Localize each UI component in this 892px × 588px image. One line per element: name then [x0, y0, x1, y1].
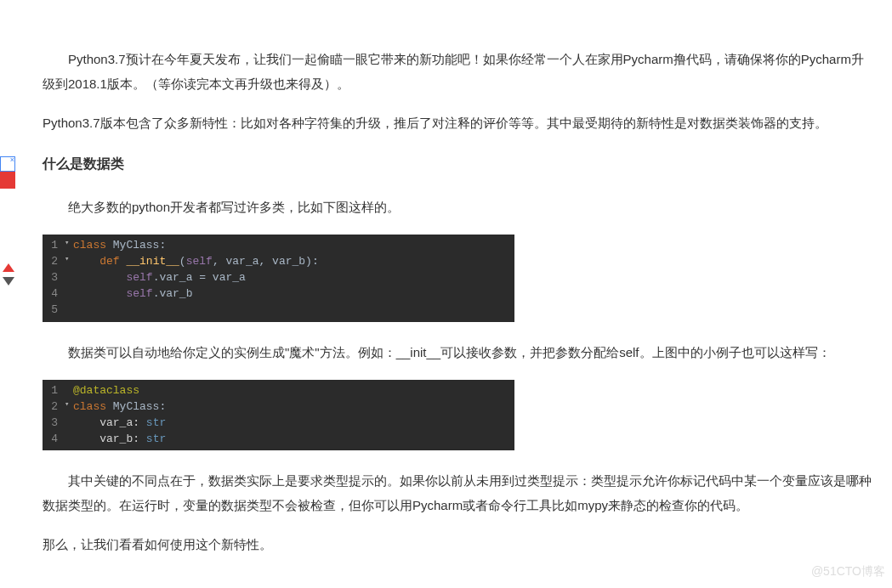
fold-icon — [65, 383, 73, 399]
section-heading: 什么是数据类 — [43, 151, 874, 177]
code-line: 5 — [43, 302, 514, 319]
arrow-down-icon[interactable] — [3, 277, 14, 286]
line-number: 3 — [43, 416, 65, 432]
svg-marker-1 — [3, 277, 14, 286]
fold-icon — [65, 302, 73, 319]
code-line: 1@dataclass — [43, 383, 514, 399]
watermark: @51CTO博客 — [811, 560, 885, 583]
paragraph: 其中关键的不同点在于，数据类实际上是要求类型提示的。如果你以前从未用到过类型提示… — [43, 469, 874, 517]
paragraph: 绝大多数的python开发者都写过许多类，比如下图这样的。 — [43, 195, 874, 220]
code-text: def __init__(self, var_a, var_b): — [73, 254, 319, 270]
line-number: 1 — [43, 238, 65, 254]
ad-strip — [0, 172, 15, 189]
paragraph: 那么，让我们看看如何使用这个新特性。 — [43, 533, 874, 557]
fold-icon — [65, 286, 73, 302]
arrow-up-icon[interactable] — [3, 263, 14, 272]
ad-close-icon[interactable]: × — [10, 156, 14, 164]
fold-icon — [65, 270, 73, 286]
code-line: 3 self.var_a = var_a — [43, 270, 514, 286]
code-line: 4 self.var_b — [43, 286, 514, 302]
code-line: 3 var_a: str — [43, 416, 514, 432]
code-text: class MyClass: — [73, 399, 166, 416]
line-number: 3 — [43, 270, 65, 286]
fold-icon — [65, 432, 73, 448]
paragraph: Python3.7预计在今年夏天发布，让我们一起偷瞄一眼它带来的新功能吧！如果你… — [43, 48, 874, 96]
fold-icon[interactable]: ▾ — [65, 254, 73, 270]
ad-badge[interactable]: × — [0, 156, 15, 172]
line-number: 4 — [43, 286, 65, 302]
line-number: 2 — [43, 254, 65, 270]
code-block-2: 1@dataclass2▾class MyClass:3 var_a: str4… — [43, 380, 514, 450]
scroll-arrows — [3, 263, 14, 286]
code-line: 1▾class MyClass: — [43, 238, 514, 254]
code-text: class MyClass: — [73, 238, 166, 254]
code-block-1: 1▾class MyClass:2▾ def __init__(self, va… — [43, 235, 514, 321]
code-line: 4 var_b: str — [43, 432, 514, 448]
paragraph: 数据类可以自动地给你定义的实例生成"魔术"方法。例如：__init__可以接收参… — [43, 341, 874, 365]
code-line: 2▾class MyClass: — [43, 399, 514, 416]
left-rail: × — [0, 0, 22, 588]
svg-marker-0 — [3, 263, 14, 272]
fold-icon — [65, 416, 73, 432]
line-number: 2 — [43, 399, 65, 416]
fold-icon[interactable]: ▾ — [65, 238, 73, 254]
code-text: self.var_a = var_a — [73, 270, 246, 286]
code-text: var_b: str — [73, 432, 166, 448]
code-text: @dataclass — [73, 383, 139, 399]
code-line: 2▾ def __init__(self, var_a, var_b): — [43, 254, 514, 270]
line-number: 4 — [43, 432, 65, 448]
article-content: Python3.7预计在今年夏天发布，让我们一起偷瞄一眼它带来的新功能吧！如果你… — [43, 48, 874, 573]
line-number: 1 — [43, 383, 65, 399]
code-text: self.var_b — [73, 286, 192, 302]
line-number: 5 — [43, 302, 65, 319]
paragraph: Python3.7版本包含了众多新特性：比如对各种字符集的升级，推后了对注释的评… — [43, 111, 874, 136]
fold-icon[interactable]: ▾ — [65, 399, 73, 416]
code-text: var_a: str — [73, 416, 166, 432]
